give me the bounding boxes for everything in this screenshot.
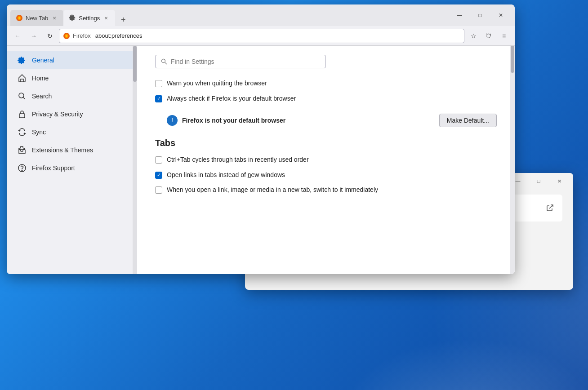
sidebar-sync-label: Sync [32, 129, 46, 136]
default-browser-checkbox[interactable] [155, 95, 162, 102]
external-link-icon[interactable] [544, 203, 555, 213]
tab-newtab-label: New Tab [26, 15, 48, 22]
find-in-settings-input[interactable] [171, 58, 320, 65]
svg-rect-8 [19, 114, 25, 118]
default-browser-check-row: Always check if Firefox is your default … [155, 94, 497, 103]
sidebar-scrollbar[interactable] [133, 46, 137, 274]
sidebar-home-label: Home [32, 75, 49, 82]
window-controls: — □ ✕ [449, 4, 515, 26]
default-browser-label: Always check if Firefox is your default … [167, 94, 296, 103]
new-tab-button[interactable]: + [117, 13, 129, 26]
tabs-container: New Tab ✕ Settings ✕ + [7, 4, 449, 26]
svg-line-13 [165, 62, 167, 64]
firefox-tab-icon [16, 14, 23, 22]
gear-icon [18, 56, 27, 65]
address-url: about:preferences [95, 32, 143, 39]
tab-settings[interactable]: Settings ✕ [63, 10, 115, 26]
search-icon [18, 92, 27, 101]
svg-point-2 [18, 17, 20, 19]
win-settings-close[interactable]: ✕ [549, 173, 570, 189]
tab-settings-close[interactable]: ✕ [102, 14, 110, 22]
sidebar-item-general[interactable]: General [7, 51, 133, 69]
site-name: Firefox [73, 32, 91, 39]
ctrl-tab-row: Ctrl+Tab cycles through tabs in recently… [155, 155, 497, 164]
open-links-checkbox[interactable] [155, 172, 162, 179]
open-links-label: Open links in tabs instead of new window… [167, 171, 285, 180]
sidebar-item-home[interactable]: Home [7, 69, 133, 87]
sidebar-item-search[interactable]: Search [7, 87, 133, 105]
content-scrollbar-thumb [511, 46, 514, 73]
sidebar-item-support[interactable]: Firefox Support [7, 159, 133, 177]
firefox-window: New Tab ✕ Settings ✕ + — □ ✕ ← [7, 4, 515, 274]
home-icon [18, 74, 27, 83]
sidebar-extensions-label: Extensions & Themes [32, 146, 93, 154]
maximize-button[interactable]: □ [470, 4, 490, 26]
sidebar-privacy-label: Privacy & Security [32, 111, 83, 118]
sidebar: General Home [7, 46, 133, 182]
settings-tab-icon [69, 14, 76, 22]
content-scrollbar[interactable] [510, 46, 515, 274]
ctrl-tab-label: Ctrl+Tab cycles through tabs in recently… [167, 155, 309, 164]
not-default-row: ! Firefox is not your default browser Ma… [155, 109, 497, 132]
help-icon [18, 164, 27, 173]
win-settings-maximize[interactable]: □ [528, 173, 549, 189]
find-search-icon [161, 58, 167, 65]
bookmark-button[interactable]: ☆ [466, 29, 481, 43]
sidebar-scrollbar-thumb [133, 46, 137, 82]
not-default-icon: ! [167, 115, 178, 126]
switch-tab-label: When you open a link, image or media in … [167, 186, 378, 195]
svg-line-17 [549, 205, 552, 208]
sidebar-item-privacy[interactable]: Privacy & Security [7, 105, 133, 123]
svg-point-11 [22, 170, 22, 171]
find-in-settings [155, 55, 326, 68]
sidebar-general-label: General [32, 57, 54, 64]
settings-scroll: Warn you when quitting the browser Alway… [137, 46, 515, 274]
sidebar-support-label: Firefox Support [32, 164, 75, 172]
svg-point-5 [66, 35, 67, 37]
puzzle-icon [18, 146, 27, 155]
warn-quit-row: Warn you when quitting the browser [155, 79, 497, 88]
sync-icon [18, 128, 27, 137]
address-bar[interactable]: Firefox about:preferences [59, 29, 464, 43]
svg-point-12 [162, 59, 165, 63]
firefox-logo-small [63, 32, 70, 40]
warn-quit-label: Warn you when quitting the browser [167, 79, 267, 88]
svg-point-6 [19, 93, 24, 98]
main-content: General Home [7, 46, 515, 274]
open-links-row: Open links in tabs instead of new window… [155, 171, 497, 180]
switch-tab-row: When you open a link, image or media in … [155, 186, 497, 195]
svg-line-7 [23, 98, 26, 100]
not-default-text: Firefox is not your default browser [182, 117, 435, 124]
lock-icon [18, 110, 27, 119]
forward-button[interactable]: → [27, 29, 41, 43]
tab-newtab[interactable]: New Tab ✕ [10, 10, 63, 26]
title-bar: New Tab ✕ Settings ✕ + — □ ✕ [7, 4, 515, 26]
switch-tab-checkbox[interactable] [155, 186, 162, 194]
browser-toolbar: ← → ↻ Firefox about:preferences ☆ 🛡 ≡ [7, 26, 515, 46]
minimize-button[interactable]: — [449, 4, 470, 26]
back-button[interactable]: ← [10, 29, 25, 43]
sidebar-item-extensions[interactable]: Extensions & Themes [7, 141, 133, 159]
close-button[interactable]: ✕ [490, 4, 511, 26]
sidebar-search-label: Search [32, 93, 52, 100]
warn-quit-checkbox[interactable] [155, 80, 162, 87]
toolbar-right: ☆ 🛡 ≡ [466, 29, 511, 43]
tabs-section: Tabs Ctrl+Tab cycles through tabs in rec… [155, 138, 497, 195]
sidebar-item-sync[interactable]: Sync [7, 123, 133, 141]
ctrl-tab-checkbox[interactable] [155, 156, 162, 164]
sidebar-scroll: General Home [7, 46, 137, 274]
make-default-button[interactable]: Make Default... [439, 114, 497, 127]
tab-settings-label: Settings [79, 15, 100, 22]
tabs-section-title: Tabs [155, 138, 497, 148]
pocket-button[interactable]: 🛡 [481, 29, 496, 43]
reload-button[interactable]: ↻ [43, 29, 57, 43]
settings-content-area: Warn you when quitting the browser Alway… [137, 46, 515, 274]
tab-newtab-close[interactable]: ✕ [51, 14, 58, 22]
menu-button[interactable]: ≡ [497, 29, 511, 43]
svg-text:!: ! [171, 117, 173, 124]
